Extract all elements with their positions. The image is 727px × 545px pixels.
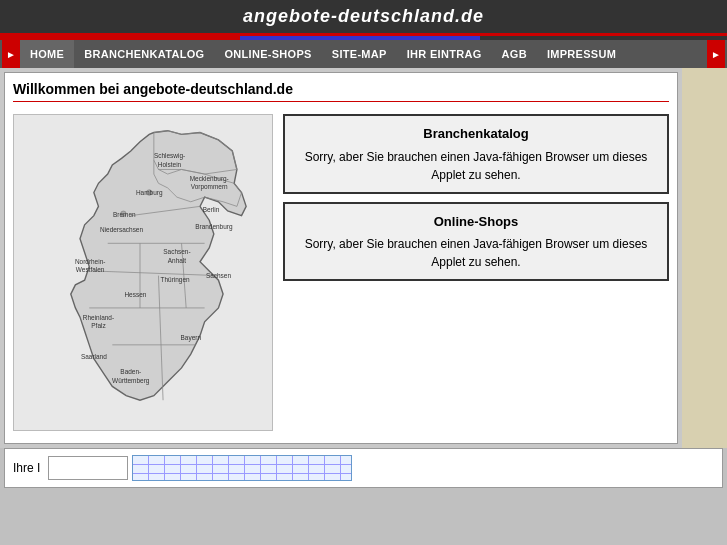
region-berlin: Berlin (203, 206, 220, 213)
online-shops-message: Sorry, aber Sie brauchen einen Java-fähi… (295, 235, 657, 271)
branchenkatalog-title: Branchenkatalog (295, 124, 657, 144)
nav-ihr-eintrag[interactable]: Ihr Eintrag (397, 40, 492, 68)
online-shops-applet: Online-Shops Sorry, aber Sie brauchen ei… (283, 202, 669, 282)
online-shops-title: Online-Shops (295, 212, 657, 232)
branchenkatalog-applet: Branchenkatalog Sorry, aber Sie brauchen… (283, 114, 669, 194)
nav-impressum[interactable]: Impressum (537, 40, 626, 68)
page-title: Willkommen bei angebote-deutschland.de (13, 81, 669, 102)
ihre-input[interactable] (48, 456, 128, 480)
bottom-area: Ihre I (4, 448, 723, 488)
nav-right-arrow: ► (707, 40, 725, 68)
nav-site-map[interactable]: Site-Map (322, 40, 397, 68)
region-sachsen: Sachsen (206, 272, 232, 279)
nav-online-shops[interactable]: Online-Shops (214, 40, 321, 68)
region-hamburg: Hamburg (136, 189, 163, 197)
region-sachsen-anhalt2: Anhalt (168, 257, 187, 264)
right-sidebar (682, 68, 727, 448)
nav-home[interactable]: Home (20, 40, 74, 68)
content-body: Schleswig- Holstein Hamburg Bremen Meckl… (13, 110, 669, 435)
content-area: Willkommen bei angebote-deutschland.de (4, 72, 678, 444)
site-header: angebote-deutschland.de (0, 0, 727, 36)
region-hessen: Hessen (124, 291, 146, 298)
region-saarland: Saarland (81, 353, 107, 360)
nav-agb[interactable]: AGB (492, 40, 537, 68)
region-bw2: Württemberg (112, 377, 150, 385)
region-sachsen-anhalt: Sachsen- (163, 248, 190, 255)
region-mecklenburg: Mecklenburg- (190, 175, 229, 183)
region-rheinland: Rheinland- (83, 314, 114, 321)
applet-area: Branchenkatalog Sorry, aber Sie brauchen… (283, 114, 669, 431)
region-nrw: Nordrhein- (75, 258, 106, 265)
branchenkatalog-message: Sorry, aber Sie brauchen einen Java-fähi… (295, 148, 657, 184)
region-nrw2: Westfalen (76, 266, 105, 273)
site-title: angebote-deutschland.de (243, 6, 484, 26)
ihre-label: Ihre I (13, 461, 40, 475)
region-niedersachsen: Niedersachsen (100, 226, 143, 233)
navbar: ► Home Branchenkatalog Online-Shops Site… (0, 40, 727, 68)
grid-decoration (132, 455, 352, 481)
region-mecklenburg2: Vorpommern (191, 183, 228, 191)
main-wrapper: Willkommen bei angebote-deutschland.de (0, 68, 727, 448)
region-schleswig2: Holstein (158, 161, 182, 168)
region-thueringen: Thüringen (161, 276, 190, 284)
nav-branchenkatalog[interactable]: Branchenkatalog (74, 40, 214, 68)
map-container: Schleswig- Holstein Hamburg Bremen Meckl… (13, 114, 273, 431)
region-bremen: Bremen (113, 211, 136, 218)
region-schleswig: Schleswig- (154, 152, 185, 160)
region-rheinland2: Pfalz (91, 322, 105, 329)
region-bayern: Bayern (181, 334, 202, 342)
nav-left-arrow: ► (2, 40, 20, 68)
region-bw: Baden- (120, 368, 141, 375)
region-brandenburg: Brandenburg (195, 223, 233, 231)
germany-map-svg: Schleswig- Holstein Hamburg Bremen Meckl… (20, 121, 260, 421)
